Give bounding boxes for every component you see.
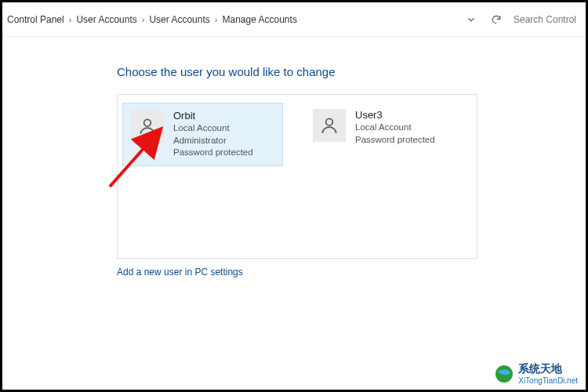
avatar — [313, 109, 346, 142]
account-line: Local Account — [355, 122, 435, 134]
watermark-text: 系统天地 XiTongTianDi.net — [518, 362, 578, 385]
account-info: User3 Local Account Password protected — [355, 109, 435, 146]
chevron-right-icon: › — [69, 15, 72, 24]
avatar — [131, 110, 164, 143]
breadcrumb-item[interactable]: User Accounts — [149, 14, 209, 25]
account-name: User3 — [355, 109, 435, 121]
chevron-right-icon: › — [215, 15, 218, 24]
account-tile-user3[interactable]: User3 Local Account Password protected — [305, 103, 466, 152]
watermark: 系统天地 XiTongTianDi.net — [495, 362, 578, 385]
account-tile-orbit[interactable]: Orbit Local Account Administrator Passwo… — [122, 103, 283, 166]
accounts-list: Orbit Local Account Administrator Passwo… — [117, 94, 477, 259]
page-title: Choose the user you would like to change — [117, 65, 586, 78]
svg-point-1 — [326, 118, 333, 125]
account-line: Password protected — [173, 147, 253, 159]
account-name: Orbit — [173, 110, 253, 122]
breadcrumb-item[interactable]: Control Panel — [7, 14, 64, 25]
account-line: Administrator — [173, 135, 253, 147]
user-icon — [319, 115, 339, 136]
content-area: Choose the user you would like to change… — [2, 37, 586, 278]
dropdown-button[interactable] — [460, 9, 482, 31]
refresh-button[interactable] — [485, 9, 507, 31]
watermark-title: 系统天地 — [518, 362, 578, 376]
user-icon — [137, 116, 158, 136]
breadcrumb[interactable]: Control Panel › User Accounts › User Acc… — [5, 14, 457, 25]
account-info: Orbit Local Account Administrator Passwo… — [173, 110, 253, 159]
watermark-url: XiTongTianDi.net — [518, 376, 578, 385]
breadcrumb-item[interactable]: User Accounts — [76, 14, 136, 25]
breadcrumb-item[interactable]: Manage Accounts — [222, 14, 296, 25]
search-input[interactable] — [510, 9, 581, 30]
account-line: Local Account — [173, 122, 253, 135]
header-bar: Control Panel › User Accounts › User Acc… — [2, 2, 586, 37]
refresh-icon — [491, 14, 502, 25]
svg-point-0 — [144, 119, 151, 126]
add-user-link[interactable]: Add a new user in PC settings — [117, 267, 243, 278]
watermark-logo-icon — [495, 365, 514, 383]
chevron-right-icon: › — [142, 15, 145, 24]
account-line: Password protected — [355, 134, 435, 147]
chevron-down-icon — [466, 14, 477, 25]
